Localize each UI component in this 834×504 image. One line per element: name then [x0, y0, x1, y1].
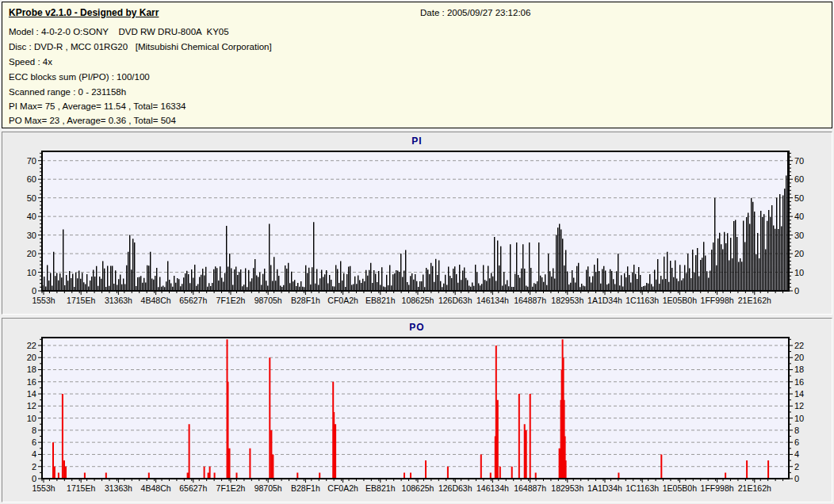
- svg-text:126D63h: 126D63h: [438, 483, 472, 493]
- svg-text:1C1163h: 1C1163h: [626, 483, 659, 493]
- info-scanned-range: Scanned range : 0 - 231158h: [9, 87, 126, 97]
- svg-text:22: 22: [794, 341, 804, 350]
- info-pi-summary: PI Max= 75 , Average= 11.54 , Total= 163…: [9, 101, 186, 111]
- svg-text:30: 30: [27, 231, 36, 240]
- svg-text:20: 20: [27, 249, 36, 258]
- app-title: KProbe v2.1.0 - Designed by Karr: [9, 7, 159, 18]
- svg-text:60: 60: [794, 174, 804, 184]
- svg-text:98705h: 98705h: [254, 483, 282, 493]
- svg-text:20: 20: [794, 249, 804, 258]
- info-speed: Speed : 4x: [9, 57, 52, 67]
- svg-text:B28F1h: B28F1h: [291, 483, 320, 493]
- svg-text:12: 12: [27, 401, 36, 410]
- svg-text:4: 4: [794, 449, 799, 459]
- svg-text:6: 6: [794, 437, 799, 447]
- svg-text:0: 0: [794, 474, 799, 483]
- svg-text:40: 40: [794, 212, 804, 221]
- svg-text:2: 2: [32, 462, 36, 472]
- svg-text:8: 8: [794, 426, 799, 435]
- svg-text:0: 0: [794, 286, 799, 296]
- svg-text:0: 0: [32, 286, 36, 296]
- svg-text:7F1E2h: 7F1E2h: [216, 483, 246, 493]
- svg-text:2: 2: [794, 462, 799, 472]
- svg-text:7F1E2h: 7F1E2h: [216, 296, 246, 305]
- svg-text:4B48Ch: 4B48Ch: [141, 296, 171, 305]
- svg-text:4B48Ch: 4B48Ch: [141, 483, 171, 493]
- svg-text:18: 18: [794, 365, 804, 374]
- svg-text:1A1D34h: 1A1D34h: [587, 483, 622, 493]
- svg-text:10: 10: [27, 268, 36, 277]
- svg-text:1553h: 1553h: [32, 296, 55, 305]
- svg-text:4: 4: [32, 449, 36, 459]
- svg-text:CF0A2h: CF0A2h: [327, 483, 358, 493]
- info-ecc-blocks: ECC blocks sum (PI/PO) : 100/100: [9, 72, 150, 82]
- svg-text:1553h: 1553h: [32, 483, 55, 493]
- svg-text:6: 6: [32, 437, 36, 447]
- svg-text:1715Eh: 1715Eh: [67, 483, 95, 493]
- pi-chart-panel: PI 0010102020303040405050606070701553h17…: [2, 132, 832, 315]
- svg-text:108625h: 108625h: [402, 483, 434, 493]
- svg-text:10: 10: [794, 268, 804, 277]
- svg-text:18: 18: [27, 365, 36, 374]
- svg-text:0: 0: [32, 474, 36, 483]
- svg-text:EB821h: EB821h: [365, 483, 396, 493]
- svg-text:1FF998h: 1FF998h: [701, 483, 734, 493]
- svg-text:30: 30: [794, 231, 804, 240]
- svg-text:60: 60: [27, 174, 36, 184]
- svg-text:182953h: 182953h: [551, 296, 583, 305]
- svg-text:65627h: 65627h: [179, 296, 207, 305]
- pi-chart-plot: 0010102020303040405050606070701553h1715E…: [2, 132, 832, 314]
- svg-text:50: 50: [27, 193, 36, 203]
- svg-text:146134h: 146134h: [476, 483, 509, 493]
- svg-text:20: 20: [794, 353, 804, 362]
- svg-text:164887h: 164887h: [514, 483, 546, 493]
- info-po-summary: PO Max= 23 , Average= 0.36 , Total= 504: [9, 116, 176, 125]
- svg-text:70: 70: [794, 156, 804, 166]
- svg-text:126D63h: 126D63h: [438, 296, 472, 305]
- svg-text:14: 14: [794, 389, 804, 399]
- svg-text:22: 22: [27, 341, 36, 350]
- svg-text:65627h: 65627h: [179, 483, 207, 493]
- svg-text:8: 8: [32, 426, 36, 435]
- svg-text:B28F1h: B28F1h: [291, 296, 320, 305]
- svg-text:1C1163h: 1C1163h: [626, 296, 659, 305]
- svg-text:108625h: 108625h: [402, 296, 434, 305]
- svg-text:10: 10: [794, 414, 804, 423]
- svg-text:31363h: 31363h: [105, 483, 132, 493]
- svg-text:16: 16: [794, 377, 804, 387]
- svg-text:20: 20: [27, 353, 36, 362]
- svg-text:40: 40: [27, 212, 36, 221]
- svg-text:10: 10: [27, 414, 36, 423]
- svg-text:1E05B0h: 1E05B0h: [663, 483, 697, 493]
- svg-text:146134h: 146134h: [476, 296, 509, 305]
- svg-text:98705h: 98705h: [254, 296, 282, 305]
- po-chart-panel: PO 0022446688101012121414161618182020222…: [2, 318, 832, 502]
- svg-text:EB821h: EB821h: [365, 296, 396, 305]
- scan-date: Date : 2005/09/27 23:12:06: [420, 8, 530, 17]
- svg-text:164887h: 164887h: [514, 296, 546, 305]
- po-chart-plot: 0022446688101012121414161618182020222215…: [2, 319, 832, 502]
- svg-text:70: 70: [27, 156, 36, 166]
- svg-text:12: 12: [794, 401, 804, 410]
- svg-text:21E162h: 21E162h: [738, 296, 771, 305]
- svg-text:14: 14: [27, 389, 36, 399]
- svg-text:16: 16: [27, 377, 36, 387]
- svg-text:182953h: 182953h: [551, 483, 583, 493]
- svg-text:21E162h: 21E162h: [738, 483, 771, 493]
- info-model: Model : 4-0-2-0 O:SONY DVD RW DRU-800A K…: [9, 27, 229, 36]
- svg-text:1A1D34h: 1A1D34h: [587, 296, 622, 305]
- svg-text:1715Eh: 1715Eh: [67, 296, 95, 305]
- info-disc: Disc : DVD-R , MCC 01RG20 [Mitsubishi Ch…: [9, 42, 272, 52]
- svg-text:CF0A2h: CF0A2h: [327, 296, 358, 305]
- scan-info-panel: KProbe v2.1.0 - Designed by Karr Date : …: [2, 2, 832, 128]
- svg-text:1FF998h: 1FF998h: [701, 296, 734, 305]
- svg-text:1E05B0h: 1E05B0h: [663, 296, 697, 305]
- svg-text:31363h: 31363h: [105, 296, 132, 305]
- svg-text:50: 50: [794, 193, 804, 203]
